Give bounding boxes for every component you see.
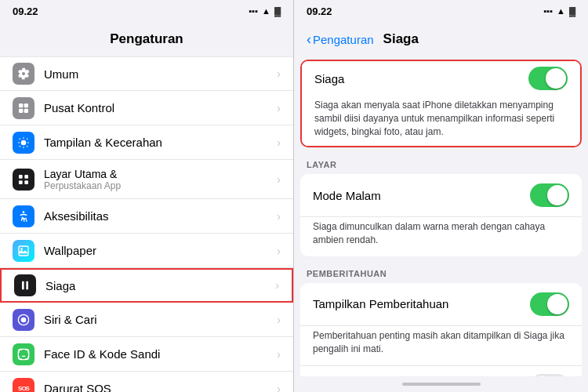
tampilkan-pemberitahuan-desc: Pemberitahuan penting masih akan ditampi… — [300, 326, 582, 365]
svg-rect-7 — [19, 180, 23, 184]
layar-utama-label: Layar Utama & — [44, 168, 274, 180]
settings-item-layar-utama[interactable]: Layar Utama & Perpustakaan App › — [0, 160, 293, 199]
battery-icon-right: ▓ — [569, 6, 575, 16]
tampilkan-pemberitahuan-toggle[interactable] — [530, 292, 569, 316]
settings-item-umum[interactable]: Umum › — [0, 56, 293, 91]
darurat-chevron: › — [277, 383, 281, 393]
wallpaper-chevron: › — [277, 245, 281, 257]
siaga-top-container: Siaga Siaga akan menyala saat iPhone dil… — [294, 60, 588, 147]
home-bar-right — [402, 383, 481, 386]
tampilan-label: Tampilan & Kecerahan — [44, 136, 274, 149]
mode-malam-knob — [547, 185, 568, 205]
back-label: Pengaturan — [313, 33, 374, 46]
siri-chevron: › — [277, 314, 281, 326]
right-panel: 09.22 ▪▪▪ ▲ ▓ ‹ Pengaturan Siaga Siaga — [294, 0, 588, 392]
mode-malam-toggle[interactable] — [530, 183, 569, 207]
svg-rect-15 — [18, 349, 28, 359]
pemberitahuan-section: PEMBERITAHUAN Tampilkan Pemberitahuan Pe… — [294, 256, 588, 376]
umum-label: Umum — [44, 67, 274, 81]
home-indicator-right — [294, 376, 588, 392]
svg-point-14 — [21, 317, 27, 322]
tampilan-chevron: › — [277, 136, 281, 149]
svg-point-11 — [20, 248, 23, 250]
tampilkan-pemberitahuan-knob — [547, 294, 568, 314]
settings-item-pusat-kontrol[interactable]: Pusat Kontrol › — [0, 91, 293, 125]
svg-rect-10 — [19, 246, 28, 256]
settings-item-faceid[interactable]: Face ID & Kode Sandi › — [0, 337, 293, 372]
pusat-kontrol-label: Pusat Kontrol — [44, 101, 274, 114]
back-chevron-icon: ‹ — [307, 31, 311, 48]
nav-bar-left: Pengaturan — [0, 22, 293, 56]
faceid-icon — [13, 343, 34, 365]
layar-utama-sublabel: Perpustakaan App — [44, 180, 274, 191]
nav-bar-right: ‹ Pengaturan Siaga — [294, 22, 588, 56]
left-nav-title: Pengaturan — [110, 31, 183, 47]
svg-rect-12 — [22, 281, 24, 290]
wallpaper-label: Wallpaper — [44, 244, 274, 257]
siaga-toggle-knob — [546, 68, 566, 89]
wifi-icon-right: ▲ — [557, 6, 565, 16]
svg-rect-5 — [19, 175, 23, 179]
svg-rect-2 — [19, 108, 23, 112]
layar-card: Mode Malam Siaga dimunculkan dalam warna… — [300, 174, 582, 256]
pemberitahuan-section-header: PEMBERITAHUAN — [294, 256, 588, 283]
layar-section: LAYAR Mode Malam Siaga dimunculkan dalam… — [294, 147, 588, 256]
tampilkan-pemberitahuan-row[interactable]: Tampilkan Pemberitahuan — [300, 283, 582, 326]
settings-item-wallpaper[interactable]: Wallpaper › — [0, 234, 293, 268]
siaga-desc: Siaga akan menyala saat iPhone diletakka… — [302, 96, 580, 146]
mode-malam-desc: Siaga dimunculkan dalam warna merah deng… — [300, 217, 582, 256]
svg-point-9 — [23, 211, 25, 213]
aksesibilitas-label: Aksesibilitas — [44, 209, 274, 223]
pusat-kontrol-chevron: › — [277, 102, 281, 114]
time-left: 09.22 — [13, 5, 38, 17]
status-bar-left: 09.22 ▪▪▪ ▲ ▓ — [0, 0, 293, 22]
settings-item-siri[interactable]: Siri & Cari › — [0, 303, 293, 337]
umum-chevron: › — [277, 67, 281, 80]
settings-item-siaga[interactable]: Siaga › — [0, 268, 293, 303]
faceid-label: Face ID & Kode Sandi — [44, 347, 274, 361]
settings-item-aksesibilitas[interactable]: Aksesibilitas › — [0, 199, 293, 234]
svg-rect-13 — [26, 281, 28, 290]
layar-utama-label-wrap: Layar Utama & Perpustakaan App — [44, 168, 274, 191]
settings-item-darurat[interactable]: SOS Darurat SOS › — [0, 372, 293, 392]
left-panel: 09.22 ▪▪▪ ▲ ▓ Pengaturan Umum › Pusat Ko… — [0, 0, 294, 392]
status-icons-left: ▪▪▪ ▲ ▓ — [249, 6, 281, 16]
tampilkan-pratinjau-row[interactable]: Tampilkan Pratinjau Hanya Saat Diketuk — [300, 366, 582, 376]
siri-label: Siri & Cari — [44, 313, 274, 326]
layar-section-header: LAYAR — [294, 147, 588, 174]
tampilkan-pratinjau-toggle[interactable] — [530, 374, 569, 376]
signal-icon-right: ▪▪▪ — [543, 6, 553, 16]
siaga-label: Siaga — [45, 279, 272, 292]
layar-utama-icon — [13, 169, 34, 191]
right-nav-title: Siaga — [383, 31, 419, 47]
siaga-toggle[interactable] — [528, 67, 568, 90]
siaga-bordered-section: Siaga Siaga akan menyala saat iPhone dil… — [300, 60, 582, 147]
pemberitahuan-card: Tampilkan Pemberitahuan Pemberitahuan pe… — [300, 283, 582, 376]
wifi-icon: ▲ — [262, 6, 270, 16]
tampilkan-pemberitahuan-label: Tampilkan Pemberitahuan — [313, 297, 530, 310]
svg-rect-1 — [24, 103, 28, 107]
battery-icon: ▓ — [274, 6, 281, 16]
time-right: 09.22 — [307, 5, 332, 17]
siaga-toggle-row: Siaga — [302, 61, 580, 96]
darurat-icon: SOS — [13, 378, 34, 393]
pusat-kontrol-icon — [13, 97, 34, 119]
status-icons-right: ▪▪▪ ▲ ▓ — [543, 6, 575, 16]
tampilan-icon — [13, 132, 34, 154]
settings-list: Umum › Pusat Kontrol › Tampilan & Kecera… — [0, 56, 293, 392]
wallpaper-icon — [13, 240, 34, 262]
siaga-toggle-label: Siaga — [314, 72, 528, 85]
siaga-icon — [14, 274, 36, 296]
back-button[interactable]: ‹ Pengaturan — [307, 31, 374, 48]
siaga-chevron: › — [275, 279, 279, 292]
mode-malam-row[interactable]: Mode Malam — [300, 174, 582, 217]
svg-rect-3 — [24, 108, 28, 112]
aksesibilitas-icon — [13, 205, 34, 227]
umum-icon — [13, 63, 34, 85]
svg-rect-6 — [24, 175, 28, 179]
signal-icon: ▪▪▪ — [249, 6, 258, 16]
mode-malam-label: Mode Malam — [313, 189, 530, 202]
right-content: Siaga Siaga akan menyala saat iPhone dil… — [294, 56, 588, 376]
layar-utama-chevron: › — [277, 173, 281, 186]
settings-item-tampilan[interactable]: Tampilan & Kecerahan › — [0, 125, 293, 160]
